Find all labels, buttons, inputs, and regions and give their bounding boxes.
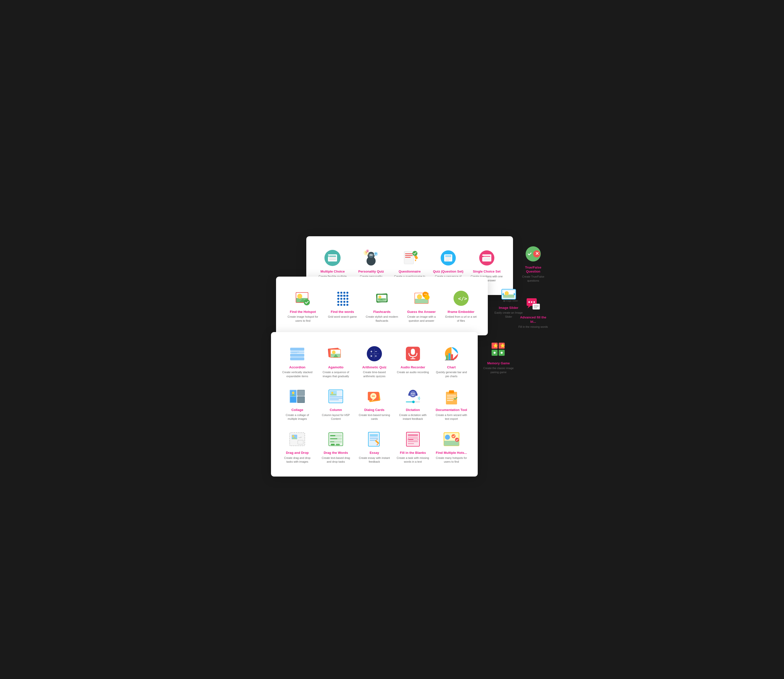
svg-rect-149 xyxy=(330,396,343,397)
find-words-item[interactable]: Find the words Grid word search game xyxy=(324,286,361,327)
svg-rect-50 xyxy=(534,305,539,305)
true-false-title: True/False Question xyxy=(517,266,549,274)
svg-point-10 xyxy=(369,253,373,258)
collage-item[interactable]: Collage Create a collage of multiple ima… xyxy=(279,384,315,425)
svg-rect-132 xyxy=(451,354,453,360)
chart-item[interactable]: Chart Quickly generate bar and pie chart… xyxy=(433,341,470,382)
arithmetic-quiz-item[interactable]: + − × ÷ Arithmetic Quiz Create time-base… xyxy=(356,341,393,382)
find-multiple-hotspots-title: Find Multiple Hots... xyxy=(436,451,467,455)
column-icon xyxy=(327,387,345,405)
column-desc: Column layout for H5P Content xyxy=(320,413,352,421)
guess-answer-title: Guess the Answer xyxy=(407,310,436,314)
svg-point-72 xyxy=(340,301,342,303)
true-false-item[interactable]: ✕ True/False Question Create True/False … xyxy=(515,241,551,286)
essay-item[interactable]: Essay Create essay with instant feedback xyxy=(356,427,393,468)
flashcards-item[interactable]: Flashcards Create stylish and modern fla… xyxy=(363,286,401,327)
svg-rect-174 xyxy=(447,400,453,401)
svg-rect-194 xyxy=(370,436,378,437)
personality-quiz-icon: ? ? ? xyxy=(362,249,380,267)
svg-rect-138 xyxy=(298,390,304,395)
svg-point-212 xyxy=(451,434,456,438)
audio-recorder-item[interactable]: Audio Recorder Create an audio recording xyxy=(395,341,431,382)
column-item[interactable]: Column Column layout for H5P Content xyxy=(318,384,354,425)
svg-point-47 xyxy=(531,301,533,303)
fill-blanks-item[interactable]: Fill in the Blanks Create a task with mi… xyxy=(395,427,431,468)
svg-text:−: − xyxy=(375,349,377,354)
svg-point-94 xyxy=(425,294,426,294)
single-choice-icon xyxy=(478,249,496,267)
svg-text:÷: ÷ xyxy=(375,354,377,358)
drag-drop-item[interactable]: ⤻ Drag and Drop Create drag and drop tas… xyxy=(279,427,315,468)
svg-point-39 xyxy=(482,256,484,257)
memory-game-title: Memory Game xyxy=(487,361,510,366)
accordion-desc: Create vertically stacked expandable ite… xyxy=(281,371,314,378)
dialog-cards-title: Dialog Cards xyxy=(364,408,384,412)
personality-quiz-title: Personality Quiz xyxy=(358,269,384,274)
svg-rect-136 xyxy=(290,397,296,402)
doc-icon xyxy=(442,387,461,405)
front-panel: Accordion Create vertically stacked expa… xyxy=(271,332,478,477)
svg-rect-52 xyxy=(534,308,537,308)
svg-point-14 xyxy=(372,255,372,256)
image-slider-item[interactable]: ◀ Image Slider ▶ Image Slider Easily cre… xyxy=(490,282,527,322)
svg-rect-161 xyxy=(408,393,410,396)
svg-point-56 xyxy=(297,294,302,299)
svg-rect-4 xyxy=(329,259,336,260)
flashcards-icon xyxy=(373,289,391,307)
guess-answer-item[interactable]: Guess the Answer Create an image with a … xyxy=(403,286,440,327)
drag-words-icon xyxy=(327,430,345,448)
svg-point-89 xyxy=(417,294,422,299)
find-hotspot-desc: Create image hotspot for users to find xyxy=(286,315,320,323)
svg-point-222 xyxy=(501,352,503,354)
svg-point-73 xyxy=(344,301,345,303)
svg-point-75 xyxy=(337,304,339,306)
iframe-icon: </> xyxy=(452,289,470,307)
memory-game-item[interactable]: ⭐ ⭐ Memory Game Create the classic image… xyxy=(480,337,517,378)
svg-rect-22 xyxy=(405,253,413,254)
svg-point-164 xyxy=(414,393,414,394)
svg-point-67 xyxy=(337,298,339,300)
svg-rect-184 xyxy=(330,435,335,436)
svg-text:?: ? xyxy=(375,252,376,256)
svg-rect-133 xyxy=(445,360,454,360)
front-right-col: ⭐ ⭐ Memory Game Create the classic image… xyxy=(480,337,517,378)
dialog-cards-desc: Create text-based turning cards xyxy=(358,413,391,421)
arithmetic-quiz-desc: Create time-based arithmetic quizzes xyxy=(358,371,391,378)
svg-rect-188 xyxy=(330,441,334,442)
svg-rect-151 xyxy=(330,399,339,400)
svg-text:◀ Image Slider ▶: ◀ Image Slider ▶ xyxy=(503,300,518,302)
documentation-tool-title: Documentation Tool xyxy=(436,408,467,412)
dialog-cards-item[interactable]: Dialog Cards Create text-based turning c… xyxy=(356,384,393,425)
svg-rect-30 xyxy=(445,256,451,257)
find-multiple-hotspots-item[interactable]: Find Multiple Hots... Create many hotspo… xyxy=(433,427,470,468)
drag-drop-title: Drag and Drop xyxy=(286,451,309,455)
front-row2: Collage Create a collage of multiple ima… xyxy=(279,384,470,425)
dictation-title: Dictation xyxy=(406,408,420,412)
arithmetic-icon: + − × ÷ xyxy=(365,345,383,363)
svg-rect-79 xyxy=(337,295,348,297)
svg-rect-171 xyxy=(447,395,456,396)
svg-point-70 xyxy=(347,298,348,300)
svg-point-76 xyxy=(340,304,342,306)
audio-recorder-desc: Create an audio recording xyxy=(397,371,429,374)
drag-drop-desc: Create drag and drop tasks with images xyxy=(281,456,314,464)
front-row1: Accordion Create vertically stacked expa… xyxy=(279,341,470,382)
find-hotspot-item[interactable]: Find the Hotspot Create image hotspot fo… xyxy=(284,286,322,327)
svg-point-177 xyxy=(292,435,294,437)
documentation-tool-item[interactable]: Documentation Tool Create a form wizard … xyxy=(433,384,470,425)
svg-rect-140 xyxy=(298,397,304,402)
iframe-embedder-item[interactable]: </> Iframe Embedder Embed from a url or … xyxy=(442,286,480,327)
svg-rect-193 xyxy=(370,435,378,435)
accordion-item[interactable]: Accordion Create vertically stacked expa… xyxy=(279,341,315,382)
svg-rect-170 xyxy=(449,390,454,393)
svg-point-141 xyxy=(292,391,294,394)
agamotto-item[interactable]: Agamotto Create a sequence of images tha… xyxy=(318,341,354,382)
fill-blanks-icon xyxy=(404,430,422,448)
collage-desc: Create a collage of multiple images xyxy=(281,413,314,421)
agamotto-desc: Create a sequence of images that gradual… xyxy=(320,371,352,378)
svg-point-158 xyxy=(374,396,375,397)
dictation-item[interactable]: Dictation Create a dictation with instan… xyxy=(395,384,431,425)
drag-words-item[interactable]: Drag the Words Create text-based drag an… xyxy=(318,427,354,468)
dialog-icon xyxy=(365,387,383,405)
find-words-desc: Grid word search game xyxy=(328,315,357,319)
